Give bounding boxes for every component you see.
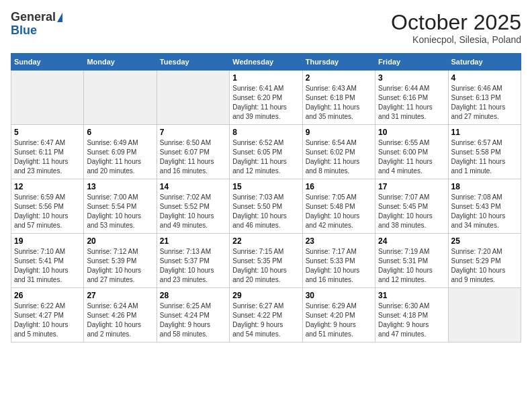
day-detail: Sunrise: 6:24 AM Sunset: 4:26 PM Dayligh… xyxy=(87,302,153,339)
day-number: 16 xyxy=(306,182,372,191)
logo-icon xyxy=(57,13,62,22)
day-number: 6 xyxy=(87,128,153,137)
day-number: 11 xyxy=(451,128,518,137)
calendar-day-cell: 12Sunrise: 6:59 AM Sunset: 5:56 PM Dayli… xyxy=(11,179,84,234)
calendar-day-cell: 31Sunrise: 6:30 AM Sunset: 4:18 PM Dayli… xyxy=(375,288,448,342)
title-block: October 2025 Koniecpol, Silesia, Poland xyxy=(391,11,521,45)
weekday-header-saturday: Saturday xyxy=(448,54,521,71)
calendar-week-row: 26Sunrise: 6:22 AM Sunset: 4:27 PM Dayli… xyxy=(11,288,521,342)
day-detail: Sunrise: 6:27 AM Sunset: 4:22 PM Dayligh… xyxy=(232,302,299,339)
day-detail: Sunrise: 6:52 AM Sunset: 6:05 PM Dayligh… xyxy=(232,138,299,176)
calendar-day-cell: 18Sunrise: 7:08 AM Sunset: 5:43 PM Dayli… xyxy=(448,179,521,234)
weekday-header-wednesday: Wednesday xyxy=(230,54,302,71)
day-detail: Sunrise: 7:17 AM Sunset: 5:33 PM Dayligh… xyxy=(306,247,372,285)
calendar-empty-cell xyxy=(84,71,157,125)
calendar-day-cell: 28Sunrise: 6:25 AM Sunset: 4:24 PM Dayli… xyxy=(157,288,229,342)
day-detail: Sunrise: 6:29 AM Sunset: 4:20 PM Dayligh… xyxy=(306,302,372,339)
calendar-day-cell: 14Sunrise: 7:02 AM Sunset: 5:52 PM Dayli… xyxy=(157,179,229,234)
day-number: 1 xyxy=(232,73,299,83)
day-number: 31 xyxy=(378,291,445,300)
calendar-day-cell: 1Sunrise: 6:41 AM Sunset: 6:20 PM Daylig… xyxy=(230,71,302,125)
calendar-day-cell: 13Sunrise: 7:00 AM Sunset: 5:54 PM Dayli… xyxy=(84,179,157,234)
day-number: 7 xyxy=(160,128,226,137)
day-detail: Sunrise: 6:55 AM Sunset: 6:00 PM Dayligh… xyxy=(378,138,445,176)
calendar-day-cell: 29Sunrise: 6:27 AM Sunset: 4:22 PM Dayli… xyxy=(230,288,302,342)
day-detail: Sunrise: 6:43 AM Sunset: 6:18 PM Dayligh… xyxy=(306,84,372,122)
calendar-empty-cell xyxy=(157,71,229,125)
day-number: 17 xyxy=(378,182,445,191)
day-number: 21 xyxy=(160,236,226,246)
calendar-day-cell: 4Sunrise: 6:46 AM Sunset: 6:13 PM Daylig… xyxy=(448,71,521,125)
day-detail: Sunrise: 6:57 AM Sunset: 5:58 PM Dayligh… xyxy=(451,138,518,176)
day-number: 28 xyxy=(160,291,226,300)
day-detail: Sunrise: 6:47 AM Sunset: 6:11 PM Dayligh… xyxy=(14,138,81,176)
day-detail: Sunrise: 7:08 AM Sunset: 5:43 PM Dayligh… xyxy=(451,193,518,230)
day-detail: Sunrise: 6:46 AM Sunset: 6:13 PM Dayligh… xyxy=(451,84,518,122)
day-detail: Sunrise: 7:19 AM Sunset: 5:31 PM Dayligh… xyxy=(378,247,445,285)
calendar-week-row: 12Sunrise: 6:59 AM Sunset: 5:56 PM Dayli… xyxy=(11,179,521,234)
calendar-day-cell: 8Sunrise: 6:52 AM Sunset: 6:05 PM Daylig… xyxy=(230,125,302,179)
day-number: 18 xyxy=(451,182,518,191)
day-number: 13 xyxy=(87,182,153,191)
calendar-empty-cell xyxy=(448,288,521,342)
calendar-day-cell: 11Sunrise: 6:57 AM Sunset: 5:58 PM Dayli… xyxy=(448,125,521,179)
day-number: 26 xyxy=(14,291,81,300)
day-detail: Sunrise: 7:03 AM Sunset: 5:50 PM Dayligh… xyxy=(232,193,299,230)
day-detail: Sunrise: 6:59 AM Sunset: 5:56 PM Dayligh… xyxy=(14,193,81,230)
calendar-day-cell: 21Sunrise: 7:13 AM Sunset: 5:37 PM Dayli… xyxy=(157,234,229,288)
calendar-day-cell: 3Sunrise: 6:44 AM Sunset: 6:16 PM Daylig… xyxy=(375,71,448,125)
day-detail: Sunrise: 6:25 AM Sunset: 4:24 PM Dayligh… xyxy=(160,302,226,339)
calendar-day-cell: 15Sunrise: 7:03 AM Sunset: 5:50 PM Dayli… xyxy=(230,179,302,234)
day-number: 8 xyxy=(232,128,299,137)
calendar-day-cell: 30Sunrise: 6:29 AM Sunset: 4:20 PM Dayli… xyxy=(302,288,375,342)
logo: General Blue xyxy=(11,11,62,38)
day-detail: Sunrise: 7:05 AM Sunset: 5:48 PM Dayligh… xyxy=(306,193,372,230)
calendar-day-cell: 25Sunrise: 7:20 AM Sunset: 5:29 PM Dayli… xyxy=(448,234,521,288)
calendar-day-cell: 6Sunrise: 6:49 AM Sunset: 6:09 PM Daylig… xyxy=(84,125,157,179)
day-detail: Sunrise: 6:50 AM Sunset: 6:07 PM Dayligh… xyxy=(160,138,226,176)
calendar-week-row: 5Sunrise: 6:47 AM Sunset: 6:11 PM Daylig… xyxy=(11,125,521,179)
day-number: 12 xyxy=(14,182,81,191)
logo-general-text: General xyxy=(11,11,56,24)
day-detail: Sunrise: 7:15 AM Sunset: 5:35 PM Dayligh… xyxy=(232,247,299,285)
day-detail: Sunrise: 6:22 AM Sunset: 4:27 PM Dayligh… xyxy=(14,302,81,339)
calendar-day-cell: 16Sunrise: 7:05 AM Sunset: 5:48 PM Dayli… xyxy=(302,179,375,234)
day-number: 4 xyxy=(451,73,518,83)
day-detail: Sunrise: 6:44 AM Sunset: 6:16 PM Dayligh… xyxy=(378,84,445,122)
weekday-header-tuesday: Tuesday xyxy=(157,54,229,71)
day-detail: Sunrise: 6:41 AM Sunset: 6:20 PM Dayligh… xyxy=(232,84,299,122)
day-number: 9 xyxy=(306,128,372,137)
calendar-table: SundayMondayTuesdayWednesdayThursdayFrid… xyxy=(11,53,521,342)
calendar-day-cell: 23Sunrise: 7:17 AM Sunset: 5:33 PM Dayli… xyxy=(302,234,375,288)
calendar-day-cell: 20Sunrise: 7:12 AM Sunset: 5:39 PM Dayli… xyxy=(84,234,157,288)
day-number: 14 xyxy=(160,182,226,191)
day-number: 3 xyxy=(378,73,445,83)
weekday-header-sunday: Sunday xyxy=(11,54,84,71)
calendar-week-row: 19Sunrise: 7:10 AM Sunset: 5:41 PM Dayli… xyxy=(11,234,521,288)
day-number: 19 xyxy=(14,236,81,246)
day-detail: Sunrise: 7:00 AM Sunset: 5:54 PM Dayligh… xyxy=(87,193,153,230)
calendar-day-cell: 17Sunrise: 7:07 AM Sunset: 5:45 PM Dayli… xyxy=(375,179,448,234)
day-number: 15 xyxy=(232,182,299,191)
day-number: 27 xyxy=(87,291,153,300)
weekday-header-monday: Monday xyxy=(84,54,157,71)
calendar-day-cell: 22Sunrise: 7:15 AM Sunset: 5:35 PM Dayli… xyxy=(230,234,302,288)
page-header: General Blue October 2025 Koniecpol, Sil… xyxy=(11,11,521,45)
day-number: 2 xyxy=(306,73,372,83)
day-number: 29 xyxy=(232,291,299,300)
calendar-day-cell: 7Sunrise: 6:50 AM Sunset: 6:07 PM Daylig… xyxy=(157,125,229,179)
day-number: 5 xyxy=(14,128,81,137)
calendar-empty-cell xyxy=(11,71,84,125)
calendar-day-cell: 27Sunrise: 6:24 AM Sunset: 4:26 PM Dayli… xyxy=(84,288,157,342)
day-detail: Sunrise: 7:07 AM Sunset: 5:45 PM Dayligh… xyxy=(378,193,445,230)
calendar-week-row: 1Sunrise: 6:41 AM Sunset: 6:20 PM Daylig… xyxy=(11,71,521,125)
day-detail: Sunrise: 6:54 AM Sunset: 6:02 PM Dayligh… xyxy=(306,138,372,176)
weekday-header-friday: Friday xyxy=(375,54,448,71)
location-text: Koniecpol, Silesia, Poland xyxy=(391,34,521,45)
day-detail: Sunrise: 7:12 AM Sunset: 5:39 PM Dayligh… xyxy=(87,247,153,285)
calendar-day-cell: 5Sunrise: 6:47 AM Sunset: 6:11 PM Daylig… xyxy=(11,125,84,179)
day-detail: Sunrise: 7:20 AM Sunset: 5:29 PM Dayligh… xyxy=(451,247,518,285)
weekday-header-thursday: Thursday xyxy=(302,54,375,71)
calendar-day-cell: 19Sunrise: 7:10 AM Sunset: 5:41 PM Dayli… xyxy=(11,234,84,288)
calendar-day-cell: 26Sunrise: 6:22 AM Sunset: 4:27 PM Dayli… xyxy=(11,288,84,342)
